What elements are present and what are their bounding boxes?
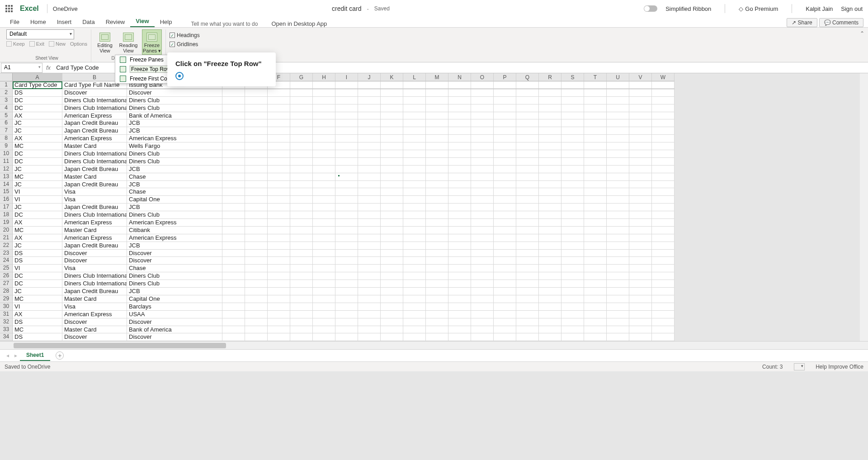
cell[interactable] <box>335 150 358 158</box>
cell[interactable] <box>381 173 403 181</box>
sheet-tab[interactable]: Sheet1 <box>20 350 50 361</box>
cell[interactable] <box>494 272 516 280</box>
cell[interactable] <box>539 89 561 97</box>
cell[interactable] <box>584 311 607 318</box>
cell[interactable] <box>561 272 584 280</box>
cell[interactable]: AX <box>13 234 62 242</box>
cell[interactable]: Master Card <box>62 227 127 234</box>
cell[interactable] <box>494 219 516 227</box>
cell[interactable] <box>222 272 245 280</box>
cell[interactable] <box>607 97 629 104</box>
cell[interactable] <box>313 295 335 303</box>
cell[interactable] <box>268 234 290 242</box>
cell[interactable] <box>358 211 381 219</box>
cell[interactable] <box>607 166 629 173</box>
cell[interactable]: Discover <box>127 250 222 257</box>
cell[interactable] <box>426 288 448 295</box>
cell[interactable] <box>584 127 607 135</box>
cell[interactable] <box>222 181 245 189</box>
cell[interactable] <box>222 135 245 142</box>
cell[interactable] <box>652 181 675 189</box>
cell[interactable] <box>358 257 381 265</box>
cell[interactable] <box>607 150 629 158</box>
cell[interactable] <box>584 234 607 242</box>
row-header[interactable]: 4 <box>0 104 13 112</box>
cell[interactable] <box>494 333 516 341</box>
cell[interactable] <box>381 234 403 242</box>
row-header[interactable]: 19 <box>0 219 13 227</box>
cell[interactable] <box>539 227 561 234</box>
cell[interactable] <box>584 265 607 272</box>
cell[interactable]: Card Type Code <box>13 81 62 89</box>
row-header[interactable]: 8 <box>0 135 13 142</box>
cell[interactable] <box>629 272 652 280</box>
cell[interactable] <box>494 119 516 127</box>
cell[interactable] <box>426 227 448 234</box>
cell[interactable] <box>584 188 607 196</box>
cell[interactable] <box>381 89 403 97</box>
cell[interactable] <box>426 158 448 166</box>
cell[interactable] <box>516 219 539 227</box>
cell[interactable] <box>448 204 471 211</box>
column-header[interactable]: I <box>335 73 358 81</box>
cell[interactable]: USAA <box>127 311 222 318</box>
cell[interactable] <box>290 173 313 181</box>
cell[interactable] <box>335 250 358 257</box>
cell[interactable]: Japan Credit Bureau <box>62 181 127 189</box>
cell[interactable] <box>358 89 381 97</box>
cell[interactable] <box>629 318 652 326</box>
cell[interactable] <box>426 272 448 280</box>
cell[interactable] <box>335 242 358 250</box>
cell[interactable] <box>268 326 290 334</box>
cell[interactable] <box>335 173 358 181</box>
row-header[interactable]: 9 <box>0 142 13 150</box>
cell[interactable] <box>471 81 494 89</box>
cell[interactable]: American Express <box>62 311 127 318</box>
cell[interactable] <box>471 272 494 280</box>
cell[interactable] <box>403 97 426 104</box>
cell[interactable] <box>245 173 268 181</box>
cell[interactable] <box>358 234 381 242</box>
cell[interactable] <box>471 257 494 265</box>
go-premium-link[interactable]: Go Premium <box>739 5 778 12</box>
cell[interactable] <box>381 333 403 341</box>
cell[interactable] <box>426 166 448 173</box>
row-header[interactable]: 29 <box>0 295 13 303</box>
cell[interactable] <box>290 166 313 173</box>
cell[interactable] <box>652 142 675 150</box>
cell[interactable] <box>516 318 539 326</box>
cell[interactable] <box>358 326 381 334</box>
cell[interactable] <box>290 81 313 89</box>
cell[interactable] <box>313 150 335 158</box>
cell[interactable]: Capital One <box>127 196 222 204</box>
cell[interactable] <box>607 181 629 189</box>
cell[interactable]: MC <box>13 142 62 150</box>
cell[interactable] <box>629 173 652 181</box>
cell[interactable] <box>290 188 313 196</box>
cell[interactable] <box>448 227 471 234</box>
cell[interactable] <box>335 318 358 326</box>
cell[interactable] <box>426 188 448 196</box>
cell[interactable] <box>539 318 561 326</box>
cell[interactable] <box>629 280 652 288</box>
cell[interactable] <box>222 219 245 227</box>
cell[interactable] <box>381 272 403 280</box>
cell[interactable] <box>358 104 381 112</box>
cell[interactable] <box>471 265 494 272</box>
cell[interactable] <box>471 150 494 158</box>
cell[interactable] <box>494 104 516 112</box>
cell[interactable] <box>426 318 448 326</box>
cell[interactable] <box>335 127 358 135</box>
cell[interactable] <box>494 326 516 334</box>
cell[interactable]: Discover <box>127 257 222 265</box>
cell[interactable] <box>426 119 448 127</box>
cell[interactable] <box>268 272 290 280</box>
cell[interactable]: Bank of America <box>127 112 222 120</box>
cell[interactable] <box>358 219 381 227</box>
cell[interactable] <box>335 97 358 104</box>
cell[interactable] <box>539 127 561 135</box>
cell[interactable]: Chase <box>127 265 222 272</box>
cell[interactable] <box>381 158 403 166</box>
cell[interactable] <box>516 333 539 341</box>
cell[interactable] <box>516 242 539 250</box>
